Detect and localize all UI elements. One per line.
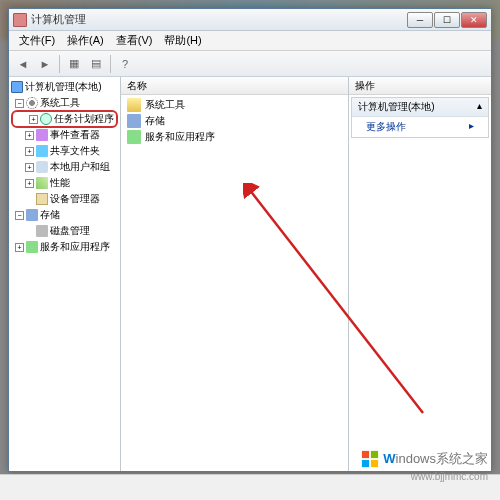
forward-button[interactable]: ► — [35, 54, 55, 74]
folder-icon — [127, 98, 141, 112]
svg-rect-1 — [362, 451, 369, 458]
event-icon — [36, 129, 48, 141]
tree-performance[interactable]: + 性能 — [11, 175, 118, 191]
list-item[interactable]: 服务和应用程序 — [123, 129, 346, 145]
tree-system-tools[interactable]: − 系统工具 — [11, 95, 118, 111]
menu-help[interactable]: 帮助(H) — [158, 31, 207, 50]
actions-header: 操作 — [349, 77, 491, 95]
close-button[interactable]: ✕ — [461, 12, 487, 28]
maximize-button[interactable]: ☐ — [434, 12, 460, 28]
svg-rect-4 — [371, 460, 378, 467]
collapse-icon[interactable]: − — [15, 99, 24, 108]
expand-icon[interactable]: + — [15, 243, 24, 252]
watermark-url: www.bjjmmc.com — [411, 471, 488, 482]
watermark: Windows系统之家 — [361, 450, 488, 468]
more-actions-link[interactable]: 更多操作 ▸ — [352, 117, 488, 137]
back-button[interactable]: ◄ — [13, 54, 33, 74]
expand-icon[interactable]: + — [25, 131, 34, 140]
tree-shared-folders[interactable]: + 共享文件夹 — [11, 143, 118, 159]
tools-icon — [26, 97, 38, 109]
menubar: 文件(F) 操作(A) 查看(V) 帮助(H) — [9, 31, 491, 51]
app-icon — [26, 241, 38, 253]
clock-icon — [40, 113, 52, 125]
list-item[interactable]: 系统工具 — [123, 97, 346, 113]
tree-device-manager[interactable]: 设备管理器 — [11, 191, 118, 207]
app-icon — [13, 13, 27, 27]
svg-rect-3 — [362, 460, 369, 467]
users-icon — [36, 161, 48, 173]
properties-button[interactable]: ▤ — [86, 54, 106, 74]
content-area: 计算机管理(本地) − 系统工具 + 任务计划程序 + 事件查看器 — [9, 77, 491, 471]
watermark-brand: Windows系统之家 — [383, 450, 488, 468]
actions-section-title[interactable]: 计算机管理(本地) ▴ — [352, 98, 488, 117]
storage-icon — [26, 209, 38, 221]
tree-panel[interactable]: 计算机管理(本地) − 系统工具 + 任务计划程序 + 事件查看器 — [9, 77, 121, 471]
list-item[interactable]: 存储 — [123, 113, 346, 129]
list-body[interactable]: 系统工具 存储 服务和应用程序 — [121, 95, 348, 471]
perf-icon — [36, 177, 48, 189]
list-panel: 名称 系统工具 存储 服务和应用程序 — [121, 77, 349, 471]
expand-icon[interactable]: + — [25, 179, 34, 188]
expand-icon[interactable]: + — [25, 163, 34, 172]
tree-services-apps[interactable]: + 服务和应用程序 — [11, 239, 118, 255]
disk-icon — [36, 225, 48, 237]
windows-logo-icon — [361, 450, 379, 468]
tree-event-viewer[interactable]: + 事件查看器 — [11, 127, 118, 143]
actions-panel: 操作 计算机管理(本地) ▴ 更多操作 ▸ — [349, 77, 491, 471]
tree-root[interactable]: 计算机管理(本地) — [11, 79, 118, 95]
chevron-right-icon: ▸ — [469, 120, 474, 131]
storage-icon — [127, 114, 141, 128]
tree-task-scheduler[interactable]: + 任务计划程序 — [11, 110, 118, 128]
toolbar: ◄ ► ▦ ▤ ? — [9, 51, 491, 77]
tree-local-users[interactable]: + 本地用户和组 — [11, 159, 118, 175]
mmc-window: 计算机管理 ─ ☐ ✕ 文件(F) 操作(A) 查看(V) 帮助(H) ◄ ► … — [8, 8, 492, 472]
list-column-header[interactable]: 名称 — [121, 77, 348, 95]
show-hide-tree-button[interactable]: ▦ — [64, 54, 84, 74]
expand-icon[interactable]: + — [25, 147, 34, 156]
menu-view[interactable]: 查看(V) — [110, 31, 159, 50]
titlebar[interactable]: 计算机管理 ─ ☐ ✕ — [9, 9, 491, 31]
svg-rect-2 — [371, 451, 378, 458]
tree-disk-mgmt[interactable]: 磁盘管理 — [11, 223, 118, 239]
device-icon — [36, 193, 48, 205]
expand-icon[interactable]: + — [29, 115, 38, 124]
minimize-button[interactable]: ─ — [407, 12, 433, 28]
menu-file[interactable]: 文件(F) — [13, 31, 61, 50]
shared-icon — [36, 145, 48, 157]
chevron-up-icon[interactable]: ▴ — [477, 100, 482, 114]
menu-action[interactable]: 操作(A) — [61, 31, 110, 50]
computer-icon — [11, 81, 23, 93]
help-button[interactable]: ? — [115, 54, 135, 74]
collapse-icon[interactable]: − — [15, 211, 24, 220]
window-title: 计算机管理 — [31, 12, 407, 27]
tree-storage[interactable]: − 存储 — [11, 207, 118, 223]
app-icon — [127, 130, 141, 144]
actions-section: 计算机管理(本地) ▴ 更多操作 ▸ — [351, 97, 489, 138]
